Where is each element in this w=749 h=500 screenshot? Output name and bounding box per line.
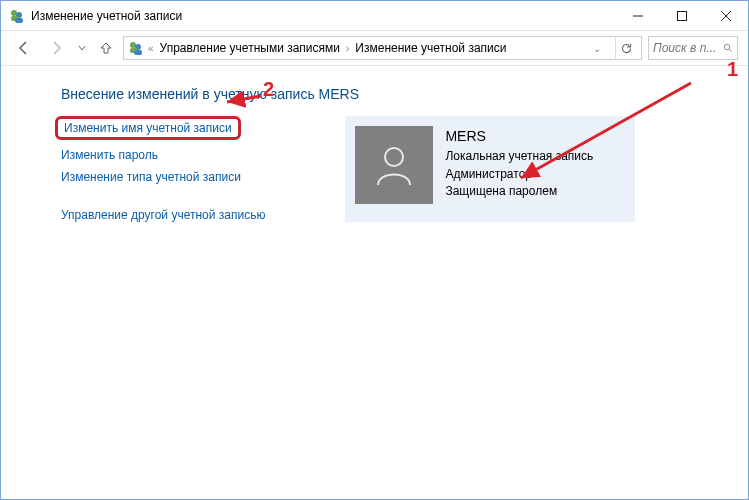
svg-line-13 xyxy=(729,49,731,51)
up-button[interactable] xyxy=(95,37,117,59)
refresh-button[interactable] xyxy=(615,37,637,59)
window-controls xyxy=(616,1,748,30)
breadcrumb[interactable]: « Управление учетными записями › Изменен… xyxy=(123,36,642,60)
svg-point-12 xyxy=(724,44,730,50)
chevron-right-icon: › xyxy=(344,43,351,54)
user-accounts-icon xyxy=(9,8,25,24)
link-change-password[interactable]: Изменить пароль xyxy=(61,148,158,162)
account-name: MERS xyxy=(445,126,593,146)
history-dropdown-icon[interactable] xyxy=(75,44,89,52)
forward-button[interactable] xyxy=(43,35,69,61)
chevron-right-icon: « xyxy=(146,43,156,54)
svg-rect-5 xyxy=(678,11,687,20)
link-change-account-type[interactable]: Изменение типа учетной записи xyxy=(61,170,241,184)
avatar xyxy=(355,126,433,204)
user-accounts-icon xyxy=(128,40,144,56)
breadcrumb-segment-change[interactable]: Изменение учетной записи xyxy=(353,41,508,55)
svg-rect-11 xyxy=(134,50,142,55)
link-manage-other-account[interactable]: Управление другой учетной записью xyxy=(61,208,265,222)
account-password-line: Защищена паролем xyxy=(445,183,593,200)
link-rename-account[interactable]: Изменить имя учетной записи xyxy=(55,116,241,140)
account-card: MERS Локальная учетная запись Администра… xyxy=(345,116,635,222)
back-button[interactable] xyxy=(11,35,37,61)
chevron-down-icon[interactable]: ⌄ xyxy=(591,43,603,54)
account-role-line: Администратор xyxy=(445,166,593,183)
search-box[interactable] xyxy=(648,36,738,60)
search-icon xyxy=(723,42,733,54)
account-info: MERS Локальная учетная запись Администра… xyxy=(445,126,593,200)
close-button[interactable] xyxy=(704,1,748,30)
svg-rect-3 xyxy=(15,18,23,23)
user-icon xyxy=(370,141,418,189)
navigation-toolbar: « Управление учетными записями › Изменен… xyxy=(1,31,748,66)
spacer xyxy=(61,192,265,200)
svg-point-14 xyxy=(385,148,403,166)
maximize-button[interactable] xyxy=(660,1,704,30)
page-title: Внесение изменений в учетную запись MERS xyxy=(61,86,708,102)
search-input[interactable] xyxy=(653,41,719,55)
titlebar: Изменение учетной записи xyxy=(1,1,748,31)
account-type-line: Локальная учетная запись xyxy=(445,148,593,165)
breadcrumb-segment-manage[interactable]: Управление учетными записями xyxy=(158,41,342,55)
link-list: Изменить имя учетной записи Изменить пар… xyxy=(61,116,265,222)
minimize-button[interactable] xyxy=(616,1,660,30)
content-area: Внесение изменений в учетную запись MERS… xyxy=(1,66,748,242)
window-title: Изменение учетной записи xyxy=(31,9,616,23)
